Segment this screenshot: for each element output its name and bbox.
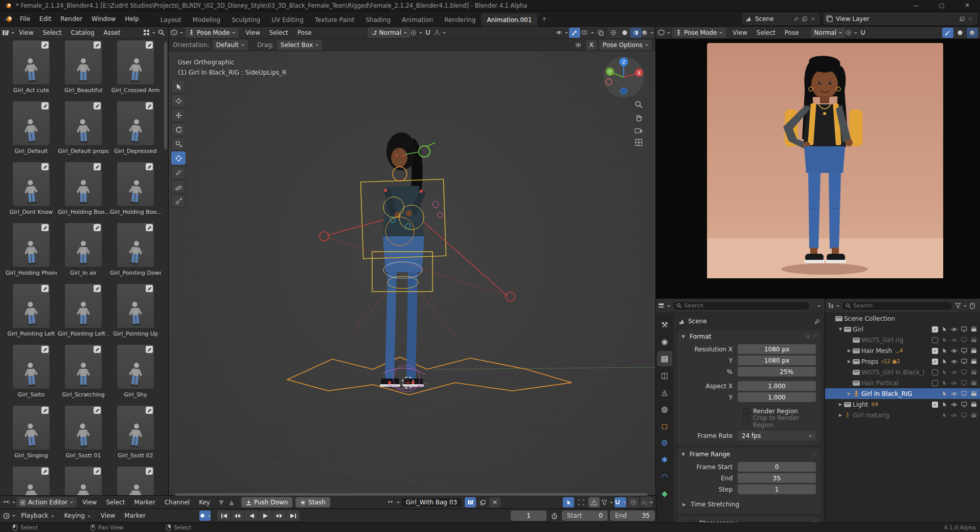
asset-item[interactable] [57, 466, 109, 496]
next-keyframe-button[interactable] [272, 511, 286, 521]
asset-menu-item[interactable]: View [14, 27, 38, 38]
dopesheet-mode-dropdown[interactable]: Action Editor [16, 497, 77, 507]
frame-step-field[interactable]: 1 [738, 484, 816, 494]
asset-thumbnail[interactable] [64, 466, 102, 496]
outliner-row[interactable]: Scene Collection [825, 313, 980, 324]
frame-range-panel-title[interactable]: Frame Range [690, 451, 730, 458]
disable-viewport-icon[interactable] [961, 337, 967, 343]
selectable-icon[interactable] [942, 412, 947, 418]
asset-thumbnail[interactable] [12, 405, 50, 450]
pivot-point-button[interactable] [411, 28, 422, 38]
editor-type-timeline[interactable] [3, 511, 15, 521]
frame-range-grip-icon[interactable]: ∷ [813, 451, 817, 457]
frame-range-collapse-icon[interactable]: ▼ [681, 452, 687, 457]
dopesheet-falloff-button[interactable] [641, 497, 653, 507]
time-stretching-label[interactable]: Time Stretching [691, 501, 739, 508]
selectable-icon[interactable] [942, 380, 947, 386]
keying-menu[interactable]: Keying [60, 510, 95, 521]
selectable-icon[interactable] [942, 402, 947, 407]
disable-viewport-icon[interactable] [961, 412, 967, 418]
navigation-gizmo[interactable]: Z Y X [602, 55, 646, 99]
asset-thumbnail[interactable] [117, 40, 154, 85]
expand-arrow[interactable]: ▶ [846, 348, 853, 353]
selectable-icon[interactable] [942, 369, 947, 375]
asset-item[interactable]: Girl_Ssstt 01 [57, 405, 109, 466]
transform-orientation[interactable]: Normal [368, 28, 411, 38]
frame-start-input[interactable]: Start 0 [562, 511, 608, 521]
tool-orientation-dropdown[interactable]: Default [213, 40, 248, 50]
hide-eye-icon[interactable] [951, 413, 958, 418]
properties-tab[interactable]: ◍ [657, 402, 672, 417]
disable-viewport-icon[interactable] [961, 402, 967, 407]
asset-thumbnail[interactable] [64, 40, 102, 85]
outliner-item-name[interactable]: Props [861, 358, 878, 365]
menubar-item[interactable]: Window [87, 13, 120, 25]
properties-tab[interactable]: ⚙ [657, 435, 672, 451]
asset-item[interactable]: Girl_Pointing Left ... [57, 283, 109, 344]
shading-material-button[interactable] [630, 28, 642, 38]
properties-tab[interactable]: ◻ [657, 418, 672, 434]
asset-item[interactable]: Girl_Shy [109, 344, 162, 405]
camera-view-icon[interactable] [634, 127, 643, 134]
hide-eye-icon[interactable] [951, 359, 958, 364]
viewport2-menu-item[interactable]: Pose [780, 27, 804, 38]
asset-thumbnail[interactable] [64, 162, 102, 207]
asset-thumbnail[interactable] [117, 223, 154, 268]
asset-item[interactable]: Girl_Default [5, 101, 57, 162]
asset-thumbnail[interactable] [64, 405, 102, 450]
3d-viewport-canvas[interactable]: User Orthographic (1) Girl In Black_RIG … [169, 51, 656, 496]
asset-item[interactable]: Girl_Pointing Left [5, 283, 57, 344]
selectable-icon[interactable] [942, 326, 947, 332]
outliner-row[interactable]: WGTS_Girl In Black_I [825, 367, 980, 378]
snap-toggle-2[interactable] [857, 28, 869, 38]
dopesheet-filter-button[interactable] [601, 497, 613, 507]
selectable-icon[interactable] [942, 359, 947, 364]
tool-scale[interactable] [171, 137, 186, 150]
properties-tab[interactable]: ◆ [657, 486, 672, 501]
disable-viewport-icon[interactable] [961, 369, 967, 375]
use-preview-range-toggle[interactable] [549, 511, 560, 521]
format-collapse-icon[interactable]: ▼ [681, 334, 687, 339]
dopesheet-menu-item[interactable]: Key [194, 497, 215, 508]
shading-rendered-button-2[interactable] [967, 28, 978, 38]
tool-cursor[interactable] [171, 94, 186, 107]
maximize-button[interactable]: ▢ [929, 0, 954, 11]
move-action-up-button[interactable]: ▲ [226, 497, 237, 507]
timeline-menu-item[interactable]: Marker [120, 510, 150, 521]
toggle-grid-icon[interactable] [635, 139, 643, 146]
disable-viewport-icon[interactable] [961, 391, 967, 396]
dopesheet-menu-item[interactable]: Select [101, 497, 129, 508]
properties-tab[interactable]: ⚒ [657, 317, 672, 332]
pin-id-icon[interactable] [814, 319, 820, 324]
properties-tab[interactable]: ✱ [657, 452, 672, 468]
asset-item[interactable]: Girl_Scratching [57, 344, 109, 405]
asset-item[interactable]: Girl_Salto [5, 344, 57, 405]
resolution-percent-slider[interactable]: 25% [738, 367, 816, 376]
collection-checkbox[interactable] [932, 380, 938, 386]
asset-thumbnail[interactable] [12, 101, 50, 146]
tool-select-box[interactable] [171, 80, 186, 93]
minimize-button[interactable]: — [903, 0, 929, 11]
asset-item[interactable]: Girl_Singing [5, 405, 57, 466]
disable-render-icon[interactable] [971, 348, 977, 353]
outliner-item-name[interactable]: Light [853, 401, 868, 408]
add-workspace-button[interactable]: + [537, 12, 551, 26]
asset-item[interactable]: Girl_Dont Know [5, 162, 57, 223]
outliner-item-name[interactable]: Hair Mesh [861, 347, 892, 354]
asset-thumbnail[interactable] [12, 344, 50, 389]
collection-checkbox[interactable]: ✓ [932, 348, 938, 354]
workspace-tab[interactable]: Texture Paint [309, 13, 360, 27]
tool-measure[interactable] [171, 180, 186, 193]
asset-item[interactable]: Girl_Crossed Arm [109, 40, 162, 101]
hide-eye-icon[interactable] [951, 338, 958, 343]
asset-item[interactable]: Girl_Depressed [109, 101, 162, 162]
crop-region-checkbox[interactable] [743, 418, 749, 425]
transform-orientation-2[interactable]: Normal [811, 28, 846, 38]
show-gizmo-dropdown[interactable] [556, 28, 568, 38]
workspace-tab[interactable]: Sculpting [226, 13, 266, 27]
menubar-item[interactable]: File [15, 13, 35, 25]
workspace-tab[interactable]: Layout [155, 13, 187, 27]
properties-tab[interactable]: ◠ [657, 469, 672, 484]
disable-viewport-icon[interactable] [961, 348, 967, 353]
asset-thumbnail[interactable] [117, 101, 154, 146]
